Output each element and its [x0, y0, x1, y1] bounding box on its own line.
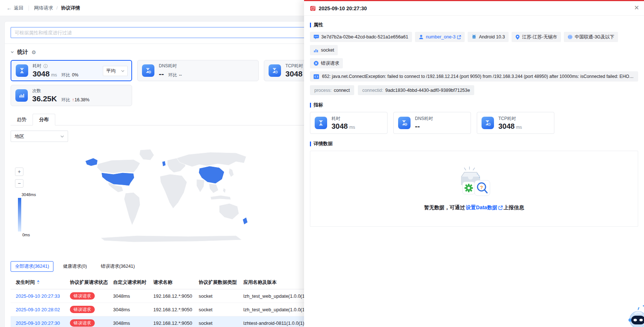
map-region-canada [97, 159, 140, 173]
metric-value: -- [415, 122, 420, 130]
connectid-chip: connectid: 9adc1830-4bbd-4430-adf0-9389b… [358, 85, 474, 95]
map-zoom-out-button[interactable]: − [15, 179, 23, 188]
metric-title: TCP耗时 [498, 116, 522, 122]
info-icon[interactable] [43, 64, 48, 68]
metric-value: 3048 [332, 122, 348, 130]
close-icon[interactable]: ✕ [634, 4, 639, 12]
metric-value: 3048 [498, 122, 515, 130]
chevron-down-icon [121, 70, 124, 72]
breadcrumb-root[interactable]: 网络请求 [34, 5, 53, 11]
metric-title: 耗时 [332, 116, 355, 122]
back-label: 返回 [14, 5, 23, 11]
col-status: 协议扩展请求状态 [70, 279, 113, 286]
circle-x-icon [314, 61, 319, 66]
map-region-japan [229, 168, 234, 177]
map-region-sea [209, 184, 218, 193]
process-key: process: [314, 88, 332, 93]
collapse-chevron-icon[interactable] [11, 50, 14, 54]
os-chip[interactable]: Android 10.3 [468, 32, 509, 42]
map-legend: 3048ms 0ms [16, 192, 36, 237]
device-id-value: 3e7d7b2a-02be-42cd-badc-521a1e656a61 [321, 34, 408, 40]
tab-all-requests[interactable]: 全部请求(36241) [11, 261, 53, 272]
stat-title: 次数 [32, 88, 41, 94]
row-time-link[interactable]: 2025-09-10 20:27:30 [16, 320, 70, 326]
error-message-bar[interactable]: 652: java.net.ConnectException: failed t… [310, 71, 638, 82]
drawer-title: 2025-09-10 20:27:30 [319, 5, 367, 11]
settings-gear-icon[interactable]: ⚙ [31, 50, 36, 55]
network-value: 中国联通-3G及以下 [575, 34, 614, 40]
aggregation-select[interactable]: 平均 [103, 66, 128, 76]
metric-cards: 耗时 3048 ms [310, 112, 638, 134]
section-accent-bar [310, 23, 311, 27]
legend-max-label: 3048ms [22, 192, 36, 197]
user-name: number_one-3 [426, 34, 456, 40]
network-chip[interactable]: 中国联通-3G及以下 [564, 32, 618, 42]
comment-icon [314, 34, 319, 40]
row-name: 192.168.12.*:9050 [153, 307, 199, 312]
legend-min-label: 0ms [22, 233, 36, 237]
svg-text:?: ? [480, 185, 483, 190]
device-id-chip[interactable]: 3e7d7b2a-02be-42cd-badc-521a1e656a61 [310, 32, 412, 42]
stat-card-duration[interactable]: 耗时 3048 ms 环比 0% 平均 [11, 60, 132, 81]
row-time-link[interactable]: 2025-09-10 20:27:33 [16, 293, 70, 299]
stat-title: TCP耗时 [285, 63, 303, 69]
map-zoom-in-button[interactable]: + [15, 168, 23, 176]
assistant-robot-icon[interactable] [626, 304, 644, 327]
status-badge: 错误请求 [70, 319, 95, 327]
section-accent-bar [310, 103, 311, 108]
row-time-link[interactable]: 2025-09-10 20:28:02 [16, 307, 70, 312]
location-pin-icon [515, 34, 520, 40]
code-icon [314, 74, 319, 79]
hourglass-globe-icon [398, 117, 411, 129]
hourglass-clock-icon [482, 117, 494, 129]
row-name: 192.168.12.*:9050 [153, 293, 199, 299]
network-globe-icon [568, 34, 573, 40]
map-region-south-america [124, 192, 140, 225]
back-button[interactable]: ← 返回 [7, 5, 23, 11]
stats-section-title: 统计 [17, 49, 28, 56]
user-link[interactable]: number_one-3 [426, 34, 461, 40]
error-status-chip[interactable]: 错误请求 [310, 58, 343, 68]
setup-data-link[interactable]: 设置Data数据 [466, 204, 503, 211]
tab-healthy-requests[interactable]: 健康请求(0) [59, 261, 91, 272]
location-chip[interactable]: 江苏-江苏-无锡市 [512, 32, 561, 42]
metric-card-tcp: TCP耗时 3048 ms [477, 112, 554, 134]
tab-error-requests[interactable]: 错误请求(36241) [96, 261, 139, 272]
map-region-antarctica [101, 236, 242, 242]
user-chip[interactable]: number_one-3 [415, 32, 465, 42]
connectid-key: connectid: [362, 88, 383, 93]
compare-label: 环比 [61, 72, 70, 78]
stat-value: 3048 [33, 69, 50, 78]
error-status-label: 错误请求 [321, 60, 339, 67]
empty-state-text: 暂无数据，可通过 设置Data数据 上报信息 [424, 204, 524, 211]
attributes-section-title: 属性 [314, 22, 323, 28]
row-duration: 3048ms [113, 293, 153, 299]
tab-trend[interactable]: 趋势 [11, 114, 33, 125]
sort-icon[interactable] [37, 280, 40, 285]
stat-card-count[interactable]: 次数 36.25K 环比 ↑ 16.38% [11, 85, 132, 106]
compare-value: -- [179, 72, 182, 78]
drawer-body: 属性 3e7d7b2a-02be-42cd-badc-521a1e656a61 … [304, 16, 644, 230]
metric-unit: ms [516, 125, 522, 130]
metric-title: DNS耗时 [415, 116, 433, 122]
hourglass-icon [315, 117, 327, 129]
hourglass-icon [16, 64, 28, 77]
hourglass-globe-icon [142, 64, 154, 77]
row-name: 192.168.12.*:9050 [153, 320, 199, 326]
region-select-value: 地区 [15, 133, 24, 140]
stat-card-dns[interactable]: DNS耗时 -- 环比 -- [137, 60, 259, 81]
back-arrow-icon: ← [7, 5, 12, 11]
compare-label: 环比 [168, 72, 177, 78]
map-region-usa [101, 173, 134, 186]
region-select[interactable]: 地区 [11, 131, 68, 142]
kv-chips-row: process: connect connectid: 9adc1830-4bb… [310, 85, 638, 95]
detail-empty-panel: ? 暂无数据，可通过 设置Data数据 上报信息 [310, 151, 638, 227]
metrics-section-header: 指标 [310, 102, 638, 108]
world-map[interactable] [79, 146, 251, 245]
status-badge: 错误请求 [70, 292, 95, 300]
stat-value: -- [159, 69, 164, 78]
empty-text-prefix: 暂无数据，可通过 [424, 204, 465, 211]
protocol-chip[interactable]: socket [310, 45, 338, 55]
process-value: connect [334, 88, 350, 93]
tab-distribution[interactable]: 分布 [33, 114, 55, 125]
